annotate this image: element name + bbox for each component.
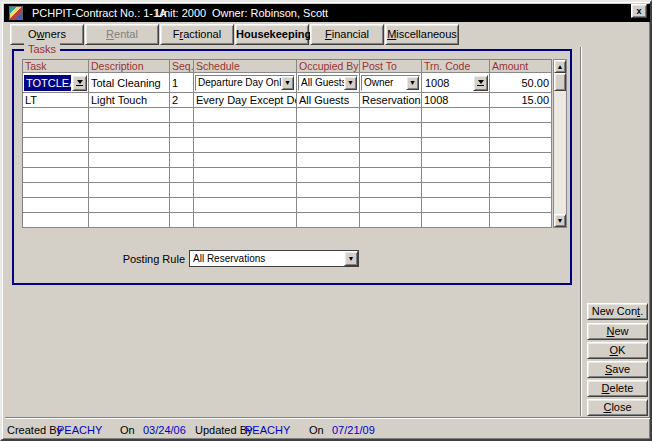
chevron-down-icon[interactable]: ▼ [344,251,358,266]
ok-button[interactable]: OK [587,342,648,359]
trn-code-lov-icon[interactable] [473,75,488,91]
tab-housekeeping[interactable]: Housekeeping [235,24,309,45]
created-by-label: Created By [7,424,62,436]
table-scrollbar[interactable]: ▲ ▼ [553,59,567,228]
col-header-trn-code: Trn. Code [422,60,490,73]
table-empty-cell [194,153,297,168]
scroll-up-icon[interactable]: ▲ [554,60,566,73]
table-empty-cell [170,183,194,198]
occupied-by-cell[interactable]: All Guests [297,93,360,108]
scrollbar-thumb[interactable] [554,73,566,91]
occupied-by-dropdown[interactable]: All Guests▼ [297,73,360,93]
posting-rule-label: Posting Rule [102,253,185,265]
table-empty-cell [170,138,194,153]
task-lov-icon[interactable] [72,75,87,91]
table-empty-cell [23,213,89,228]
posting-rule-dropdown[interactable]: All Reservations ▼ [189,250,359,267]
tab-rental[interactable]: Rental [85,24,159,45]
schedule-cell[interactable]: Every Day Except Depart [194,93,297,108]
table-empty-cell [194,123,297,138]
table-empty-cell [297,123,360,138]
table-empty-cell [23,183,89,198]
new-cont-button[interactable]: New Cont. [587,303,648,320]
col-header-post-to: Post To [360,60,422,73]
task-code-field[interactable]: TOTCLEAN [23,73,89,93]
tab-miscellaneous[interactable]: Miscellaneous [385,24,459,45]
created-on-value: 03/24/06 [143,424,186,436]
updated-on-label: On [309,424,324,436]
close-icon[interactable]: x [631,4,647,18]
table-empty-cell [170,108,194,123]
chevron-down-icon[interactable]: ▼ [344,76,357,90]
amount-cell[interactable]: 15.00 [490,93,552,108]
updated-on-value: 07/21/09 [332,424,375,436]
contract-window: PCHPIT-Contract No.: 1-1A Unit: 2000 Own… [0,0,652,441]
trn-code-field[interactable]: 1008 [422,73,490,93]
delete-button[interactable]: Delete [587,380,648,397]
table-empty-cell [490,213,552,228]
table-empty-cell [490,153,552,168]
trn-code-cell[interactable]: 1008 [422,93,490,108]
table-empty-cell [89,198,170,213]
description-field[interactable]: Total Cleaning [89,73,170,93]
tab-owners[interactable]: Owners [10,24,84,45]
table-empty-cell [297,198,360,213]
table-empty-cell [194,138,297,153]
created-on-label: On [120,424,135,436]
status-separator [5,417,651,419]
close-button[interactable]: Close [587,399,648,416]
tasks-legend: Tasks [24,43,60,56]
task-code-cell[interactable]: LT [23,93,89,108]
scroll-down-icon[interactable]: ▼ [554,214,566,227]
table-empty-cell [23,153,89,168]
table-empty-cell [23,168,89,183]
table-empty-cell [422,153,490,168]
save-button[interactable]: Save [587,361,648,378]
schedule-dropdown[interactable]: Departure Day Only▼ [194,73,297,93]
seq-field[interactable]: 1 [170,73,194,93]
table-empty-cell [490,108,552,123]
table-empty-cell [89,168,170,183]
table-empty-cell [170,168,194,183]
table-empty-cell [194,168,297,183]
table-empty-cell [297,153,360,168]
owner-label: Owner: Robinson, Scott [212,7,328,19]
unit-label: Unit: 2000 [156,7,206,19]
post-to-dropdown[interactable]: Owner▼ [360,73,422,93]
table-empty-cell [490,198,552,213]
table-empty-cell [297,183,360,198]
table-empty-cell [170,198,194,213]
table-empty-cell [170,153,194,168]
tab-financial[interactable]: Financial [310,24,384,45]
table-empty-cell [89,123,170,138]
table-empty-cell [194,213,297,228]
table-empty-cell [422,213,490,228]
tasks-grid: Task Description Seq. Schedule Occupied … [22,59,552,228]
created-by-value: PEACHY [57,424,102,436]
table-empty-cell [89,138,170,153]
table-empty-cell [422,183,490,198]
app-icon [9,6,23,20]
table-empty-cell [360,108,422,123]
table-empty-cell [194,183,297,198]
table-empty-cell [297,168,360,183]
chevron-down-icon[interactable]: ▼ [281,76,294,90]
col-header-schedule: Schedule [194,60,297,73]
updated-by-label: Updated By [195,424,252,436]
post-to-cell[interactable]: Reservation [360,93,422,108]
amount-field[interactable]: 50.00 [490,73,552,93]
chevron-down-icon[interactable]: ▼ [406,76,419,90]
table-empty-cell [360,153,422,168]
col-header-amount: Amount [490,60,552,73]
title-bar: PCHPIT-Contract No.: 1-1A Unit: 2000 Own… [4,4,650,22]
panel-divider [580,47,582,416]
tasks-table: Task Description Seq. Schedule Occupied … [22,59,567,228]
table-empty-cell [422,123,490,138]
table-empty-cell [490,123,552,138]
new-button[interactable]: New [587,323,648,340]
table-empty-cell [89,213,170,228]
tab-fractional[interactable]: Fractional [160,24,234,45]
seq-cell[interactable]: 2 [170,93,194,108]
table-empty-cell [422,168,490,183]
description-cell[interactable]: Light Touch [89,93,170,108]
